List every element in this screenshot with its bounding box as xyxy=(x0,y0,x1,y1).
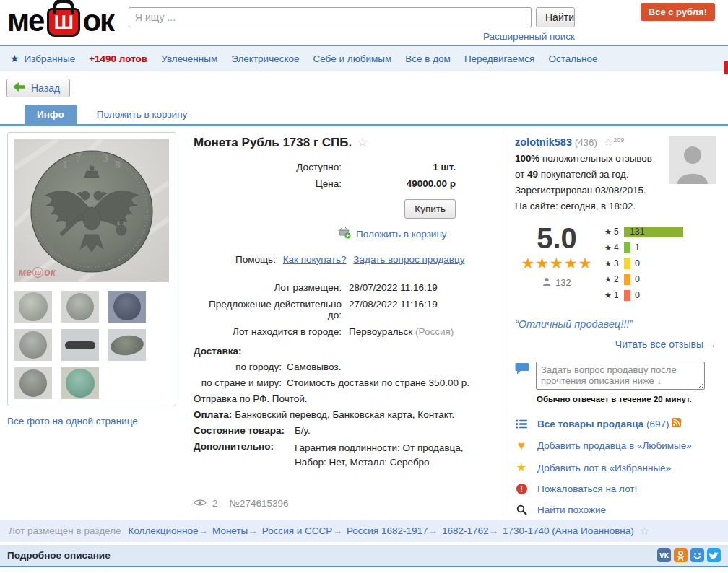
seller-panel: zolotnik583 (436) ☆209 100% положительны… xyxy=(503,132,728,515)
buy-button[interactable]: Купить xyxy=(404,199,456,219)
add-to-cart-row[interactable]: Положить в корзину xyxy=(338,227,490,241)
nav-item-other[interactable]: Остальное xyxy=(548,53,597,64)
find-similar-link[interactable]: Найти похожие xyxy=(515,504,716,515)
histogram-row: ★41 xyxy=(604,242,716,253)
main-photo[interactable]: 17 38 МОН ЕТА РУБЛ мешок xyxy=(14,139,169,282)
list-icon xyxy=(515,419,528,429)
ask-seller-link[interactable]: Задать вопрос продавцу xyxy=(353,254,464,265)
logo-text-left: ме xyxy=(7,4,43,38)
nav-item-hobby[interactable]: Увлеченным xyxy=(161,53,217,64)
photo-thumbnail[interactable] xyxy=(108,329,146,361)
svg-text:М: М xyxy=(137,187,144,194)
seller-avatar[interactable] xyxy=(669,136,716,184)
raters-count: 132 xyxy=(555,277,571,288)
search-area: Найти Расширенный поиск xyxy=(129,7,575,42)
extra-label: Дополнительно: xyxy=(194,441,290,469)
breadcrumb-link[interactable]: Монеты xyxy=(212,525,248,536)
photo-thumbnail[interactable] xyxy=(61,291,99,323)
delivery-block: по городу: Самовывоз. по стране и миру: … xyxy=(194,362,490,388)
svg-text:А: А xyxy=(126,251,131,258)
svg-text:8: 8 xyxy=(115,160,121,170)
breadcrumb-link[interactable]: 1682-1762 xyxy=(442,525,489,536)
breadcrumb-link[interactable]: Россия и СССР xyxy=(262,525,333,536)
advanced-search-link[interactable]: Расширенный поиск xyxy=(129,31,575,42)
moimir-share-icon[interactable] xyxy=(690,548,704,562)
search-input[interactable] xyxy=(129,7,532,27)
back-button[interactable]: Назад xyxy=(6,79,70,97)
payment-row: Оплата: Банковский перевод, Банковская к… xyxy=(194,409,490,420)
placed-value: 28/07/2022 11:16:19 xyxy=(349,282,490,293)
ok-share-icon[interactable] xyxy=(674,548,688,562)
photo-thumbnail[interactable] xyxy=(14,329,52,361)
nav-item-electric[interactable]: Электрическое xyxy=(231,53,299,64)
breadcrumb-link[interactable]: Россия 1682-1917 xyxy=(347,525,428,536)
nav-item-favorites[interactable]: Избранные xyxy=(25,53,76,64)
photo-thumbnail[interactable] xyxy=(14,291,52,323)
add-to-cart-link[interactable]: Положить в корзину xyxy=(356,229,447,240)
breadcrumb-link[interactable]: Коллекционное xyxy=(129,525,199,536)
search-button[interactable]: Найти xyxy=(536,7,575,27)
promo-button[interactable]: Все с рубля! xyxy=(641,3,715,21)
delivery-city-label: по городу: xyxy=(194,362,282,372)
nav-item-new-lots[interactable]: +1490 лотов xyxy=(89,53,147,64)
main-content: 17 38 МОН ЕТА РУБЛ мешок xyxy=(0,126,728,515)
add-seller-favorite-link[interactable]: ♥ Добавить продавца в «Любимые» xyxy=(515,439,716,452)
nav-item-for-loved[interactable]: Себе и любимым xyxy=(313,53,392,64)
nav-item-home[interactable]: Все в дом xyxy=(405,53,451,64)
extra-value: Гарантия подлинности: От продавца, Набор… xyxy=(295,441,490,469)
read-reviews-link[interactable]: Читать все отзывы → xyxy=(615,338,716,350)
delivery-country-value: Стоимость доставки по стране 350.00 р. xyxy=(287,377,490,388)
vk-share-icon[interactable]: VK xyxy=(657,548,671,562)
lot-title: Монета Рубль 1738 г СПБ.☆ xyxy=(194,135,490,150)
seller-name-link[interactable]: zolotnik583 xyxy=(515,136,572,148)
speech-bubble-icon xyxy=(515,362,529,377)
photo-thumbnail[interactable] xyxy=(108,291,146,323)
photo-thumbnail[interactable] xyxy=(61,329,99,361)
views-row: 2 №274615396 xyxy=(194,498,490,509)
delivery-note: Отправка по РФ. Почтой. xyxy=(194,393,490,404)
views-count: 2 xyxy=(212,498,218,509)
seller-star-count: 209 xyxy=(613,136,624,144)
svg-text:VK: VK xyxy=(659,553,669,559)
search-magnifier-icon xyxy=(515,504,528,515)
tab-info[interactable]: Инфо xyxy=(25,105,77,124)
ask-question-row xyxy=(515,362,716,390)
seller-star-icon[interactable]: ☆ xyxy=(604,136,613,148)
svg-text:3: 3 xyxy=(103,154,108,164)
alert-icon: ! xyxy=(515,484,528,494)
eye-icon xyxy=(194,498,207,509)
site-logo[interactable]: ме Ш ок xyxy=(7,4,113,38)
condition-label: Состояние товара: xyxy=(194,425,290,436)
extra-row: Дополнительно: Гарантия подлинности: От … xyxy=(194,441,490,469)
breadcrumb-star-icon[interactable]: ☆ xyxy=(640,525,649,538)
logo-text-right: ок xyxy=(82,4,113,38)
photo-thumbnail[interactable] xyxy=(61,367,99,399)
lot-details: Монета Рубль 1738 г СПБ.☆ Доступно: 1 шт… xyxy=(183,132,503,515)
description-text: Монета Рубль 1738 г СПБ Вес 25,79 гр. xyxy=(0,567,728,573)
all-photos-link[interactable]: Все фото на одной странице xyxy=(7,416,138,427)
add-lot-favorite-link[interactable]: ★ Добавить лот в «Избранные» xyxy=(515,462,716,473)
tab-add-to-cart[interactable]: Положить в корзину xyxy=(90,105,195,124)
response-time-note: Обычно отвечает в течение 20 минут. xyxy=(537,395,716,403)
svg-text:Е: Е xyxy=(141,228,146,235)
photo-card: 17 38 МОН ЕТА РУБЛ мешок xyxy=(7,132,176,406)
nav-item-move[interactable]: Передвигаемся xyxy=(464,53,535,64)
svg-text:7: 7 xyxy=(75,154,81,164)
histogram-row: ★20 xyxy=(604,274,716,285)
twitter-share-icon[interactable] xyxy=(707,548,721,562)
breadcrumb-link[interactable]: 1730-1740 (Анна Иоанновна) xyxy=(503,525,634,536)
help-row: Помощь: Как покупать? Задать вопрос прод… xyxy=(235,254,490,265)
description-header-bar: Подробное описание VK xyxy=(0,545,728,567)
seller-registered: Зарегистрирован 03/08/2015. xyxy=(515,183,665,198)
favorite-star-icon[interactable]: ☆ xyxy=(357,136,368,149)
question-textarea[interactable] xyxy=(536,362,705,390)
svg-text:Н: Н xyxy=(144,214,150,222)
how-to-buy-link[interactable]: Как покупать? xyxy=(283,254,347,265)
report-lot-link[interactable]: ! Пожаловаться на лот! xyxy=(515,484,716,494)
all-seller-items-link[interactable]: Все товары продавца (697) xyxy=(515,418,716,429)
histogram-row: ★10 xyxy=(604,289,716,301)
photo-thumbnail[interactable] xyxy=(14,367,52,399)
page: { "header": { "logo_part1": "ме", "logo_… xyxy=(0,0,728,573)
seller-rating: 5.0 ★★★★★ 132 ★5131 ★41 ★30 ★20 ★10 xyxy=(515,224,716,305)
logo-bag-icon: Ш xyxy=(47,8,80,37)
